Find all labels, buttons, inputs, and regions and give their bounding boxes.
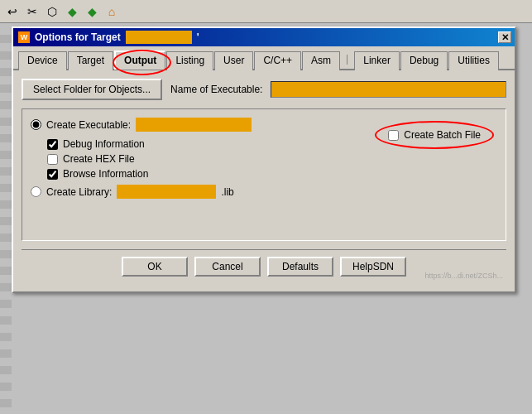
toolbar-btn-undo[interactable]: ↩ (3, 2, 22, 21)
toolbar-btn-diamond1[interactable]: ◆ (63, 2, 81, 21)
name-of-executable-label: Name of Executable: (170, 84, 262, 95)
tab-debug[interactable]: Debug (400, 51, 448, 70)
close-button[interactable]: ✕ (498, 31, 511, 43)
tab-asm[interactable]: Asm (302, 51, 340, 70)
left-decorative-strip (0, 26, 12, 414)
tab-device[interactable]: Device (18, 51, 67, 70)
bottom-bar: OK Cancel Defaults HelpSDN https://b...d… (22, 249, 506, 283)
browse-info-row: Browse Information (47, 168, 497, 180)
tab-linker[interactable]: Linker (354, 51, 400, 70)
create-library-suffix: .lib (221, 186, 233, 198)
create-library-row: Create Library: .lib (31, 185, 497, 199)
create-hex-row: Create HEX File (47, 153, 497, 165)
toolbar-btn-cut[interactable]: ✂ (23, 2, 41, 21)
debug-information-checkbox[interactable] (47, 139, 58, 150)
dialog-title-suffix (126, 31, 192, 44)
ok-button[interactable]: OK (122, 257, 188, 277)
create-library-radio[interactable] (31, 186, 41, 197)
title-bar-text: W Options for Target ' (18, 31, 199, 44)
dialog-icon: W (18, 31, 30, 43)
help-button[interactable]: HelpSDN (340, 257, 406, 277)
toolbar-btn-home[interactable]: ⌂ (103, 2, 121, 21)
content-box: Create Executable: Debug Information Cre… (22, 108, 506, 241)
browse-information-label: Browse Information (63, 168, 148, 180)
tab-strip: Device Target Output Listing User C/C++ … (13, 46, 515, 70)
tab-target[interactable]: Target (68, 51, 113, 70)
dialog-title-end: ' (197, 31, 199, 43)
tab-output[interactable]: Output (114, 51, 165, 70)
options-dialog: W Options for Target ' ✕ Device Target O… (12, 26, 516, 293)
toolbar-btn-copy[interactable]: ⬡ (43, 2, 61, 21)
top-row: Select Folder for Objects... Name of Exe… (22, 79, 506, 100)
create-executable-label: Create Executable: (46, 119, 131, 131)
defaults-button[interactable]: Defaults (267, 257, 333, 277)
select-folder-button[interactable]: Select Folder for Objects... (22, 79, 162, 100)
dialog-title: Options for Target (35, 31, 121, 43)
cancel-button[interactable]: Cancel (194, 257, 261, 277)
create-hex-checkbox[interactable] (47, 154, 58, 165)
title-bar: W Options for Target ' ✕ (13, 28, 515, 46)
tab-user[interactable]: User (214, 51, 253, 70)
create-executable-path (136, 118, 252, 132)
create-batch-file-label: Create Batch File (404, 129, 481, 141)
name-of-executable-input[interactable] (271, 81, 506, 98)
create-library-path (117, 185, 216, 199)
browse-information-checkbox[interactable] (47, 169, 58, 180)
tab-cpp[interactable]: C/C++ (254, 51, 301, 70)
tab-utilities[interactable]: Utilities (448, 51, 499, 70)
debug-information-label: Debug Information (63, 138, 145, 150)
url-watermark: https://b...di.net/ZCSh... (424, 272, 503, 280)
create-executable-radio[interactable] (31, 119, 41, 130)
dialog-body: Select Folder for Objects... Name of Exe… (13, 70, 515, 291)
create-library-label: Create Library: (46, 186, 112, 198)
create-hex-label: Create HEX File (63, 153, 135, 165)
toolbar-btn-diamond2[interactable]: ◆ (83, 2, 101, 21)
toolbar: ↩ ✂ ⬡ ◆ ◆ ⌂ (0, 0, 532, 23)
tab-listing[interactable]: Listing (166, 51, 213, 70)
create-batch-file-area: Create Batch File (375, 121, 494, 149)
create-batch-file-checkbox[interactable] (388, 130, 399, 141)
